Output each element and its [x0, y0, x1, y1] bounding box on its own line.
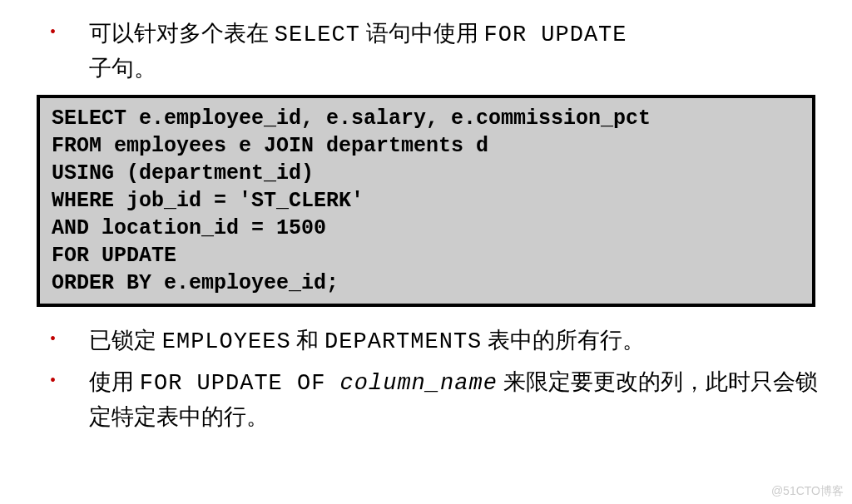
text-segment: 可以针对多个表在 [89, 21, 275, 46]
text-segment: 子句。 [89, 56, 156, 81]
code-inline-employees: EMPLOYEES [162, 329, 291, 354]
watermark-text: @51CTO博客 [771, 484, 844, 499]
text-segment: 和 [291, 328, 325, 353]
text-segment: 已锁定 [89, 328, 162, 353]
code-inline-for-update: FOR UPDATE [483, 22, 627, 47]
text-segment: 语句中使用 [360, 21, 484, 46]
text-segment: 使用 [89, 369, 140, 394]
code-inline-column-name: column_name [340, 371, 498, 396]
bullet-item-2: • 已锁定 EMPLOYEES 和 DEPARTMENTS 表中的所有行。 [33, 324, 819, 358]
code-inline-for-update-of: FOR UPDATE OF [140, 371, 340, 396]
sql-code-block: SELECT e.employee_id, e.salary, e.commis… [37, 95, 815, 307]
bullet-item-1: • 可以针对多个表在 SELECT 语句中使用 FOR UPDATE子句。 [33, 17, 819, 85]
bullet-marker-icon: • [50, 17, 56, 47]
bullet-marker-icon: • [50, 324, 56, 353]
code-inline-departments: DEPARTMENTS [324, 329, 482, 354]
text-segment: 表中的所有行。 [482, 328, 645, 353]
bullet-text-3: 使用 FOR UPDATE OF column_name 来限定要更改的列，此时… [89, 365, 819, 433]
bullet-marker-icon: • [50, 365, 56, 395]
bullet-item-3: • 使用 FOR UPDATE OF column_name 来限定要更改的列，… [33, 365, 819, 433]
bullet-text-1: 可以针对多个表在 SELECT 语句中使用 FOR UPDATE子句。 [89, 17, 819, 85]
bullet-text-2: 已锁定 EMPLOYEES 和 DEPARTMENTS 表中的所有行。 [89, 324, 819, 358]
code-inline-select: SELECT [275, 22, 360, 47]
